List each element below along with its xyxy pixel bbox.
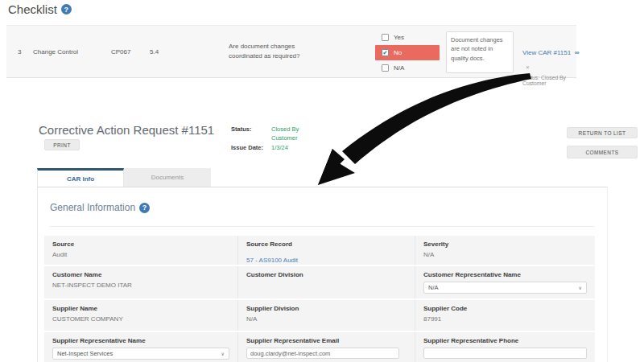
checklist-heading: Checklist ? [8, 2, 72, 16]
option-no-label: No [394, 49, 402, 56]
field-customer-division: Customer Division [237, 266, 415, 298]
tab-bar: CAR Info Documents [37, 168, 211, 187]
option-yes[interactable]: Yes [375, 30, 440, 45]
chevron-down-icon: ∨ [221, 351, 225, 356]
issue-date-value: 1/3/24 [271, 144, 288, 151]
field-supplier-name: Supplier Name CUSTOMER COMPANY [44, 300, 237, 331]
comments-button[interactable]: COMMENTS [567, 146, 638, 158]
checklist-row: 3 Change Control CP067 5.4 Are document … [6, 25, 576, 78]
customer-rep-selected-value: N/A [428, 284, 439, 291]
comment-textarea[interactable]: Document changes are not noted in qualit… [446, 31, 514, 73]
field-row-4: Supplier Representative Name Net-Inspect… [44, 332, 595, 362]
print-button[interactable]: PRINT [44, 139, 80, 150]
row-number: 3 [18, 48, 21, 56]
row-question: Are document changes coordinated as requ… [229, 42, 324, 61]
checklist-title: Checklist [8, 2, 57, 16]
option-no[interactable]: ✔ No [375, 45, 440, 60]
annotation-arrow-icon [308, 71, 535, 188]
remove-icon[interactable]: × [526, 64, 530, 71]
field-label: Source Record [246, 241, 407, 248]
general-info-title: General Information [50, 202, 135, 213]
checkbox-yes[interactable] [382, 34, 389, 41]
option-na-label: N/A [394, 64, 404, 72]
row-category: Change Control [33, 48, 78, 56]
field-value: Audit [52, 251, 229, 258]
field-supplier-code: Supplier Code 87991 [415, 300, 595, 331]
tab-car-info[interactable]: CAR Info [37, 168, 124, 187]
car-link-block: View CAR #1151 ∞ × Status: Closed By Cus… [522, 43, 580, 86]
field-label: Customer Representative Name [423, 271, 587, 278]
customer-rep-select[interactable]: N/A ∨ [423, 282, 587, 294]
field-value: NET-INSPECT DEMO ITAR [52, 282, 229, 289]
field-row-1: Source Audit Source Record 57 - AS9100 A… [44, 236, 595, 265]
help-icon[interactable]: ? [139, 203, 150, 213]
checkbox-na[interactable] [382, 64, 389, 72]
field-supplier-division: Supplier Division N/A [237, 300, 415, 331]
field-value: 87991 [423, 315, 587, 323]
row-code: CP067 [111, 48, 130, 56]
link-icon: ∞ [575, 49, 580, 56]
field-label: Supplier Code [423, 305, 587, 312]
field-source: Source Audit [44, 236, 237, 265]
field-label: Supplier Name [52, 305, 229, 312]
field-label: Source [52, 241, 229, 248]
field-customer-rep-name: Customer Representative Name N/A ∨ [415, 266, 595, 298]
field-label: Supplier Division [246, 305, 407, 312]
field-value: N/A [246, 315, 407, 323]
field-supplier-rep-name: Supplier Representative Name Net-Inspect… [44, 332, 237, 362]
field-label: Supplier Representative Name [52, 337, 229, 344]
source-record-link[interactable]: 57 - AS9100 Audit [246, 257, 298, 264]
field-supplier-rep-email: Supplier Representative Email [237, 332, 415, 362]
row-section: 5.4 [150, 48, 159, 56]
issue-date-row: Issue Date: [231, 144, 263, 151]
general-info-heading: General Information ? [50, 202, 150, 213]
status-value: Closed By Customer [271, 125, 316, 142]
return-to-list-button[interactable]: RETURN TO LIST [567, 127, 638, 138]
chevron-down-icon: ∨ [579, 285, 582, 290]
supplier-rep-phone-input[interactable] [423, 348, 587, 359]
option-na[interactable]: N/A [375, 60, 440, 76]
tab-documents[interactable]: Documents [124, 168, 211, 187]
field-source-record: Source Record 57 - AS9100 Audit [237, 236, 415, 265]
screen: Checklist ? 3 Change Control CP067 5.4 A… [0, 0, 644, 362]
field-label: Severity [423, 241, 587, 248]
supplier-rep-select[interactable]: Net-Inspect Services ∨ [52, 348, 229, 360]
field-row-3: Supplier Name CUSTOMER COMPANY Supplier … [44, 300, 595, 331]
issue-date-label: Issue Date: [231, 144, 263, 151]
answer-options: Yes ✔ No N/A [375, 30, 440, 76]
view-car-link[interactable]: View CAR #1151 [522, 49, 571, 56]
field-value: N/A [423, 251, 587, 258]
supplier-rep-email-input[interactable] [246, 348, 399, 359]
field-label: Customer Name [52, 271, 229, 278]
car-link-status: Status: Closed By Customer [522, 75, 580, 86]
section-divider [50, 226, 594, 227]
field-label: Supplier Representative Phone [423, 337, 587, 344]
status-label: Status: [231, 125, 251, 133]
field-severity: Severity N/A [415, 236, 595, 265]
supplier-rep-selected-value: Net-Inspect Services [57, 350, 113, 357]
option-yes-label: Yes [394, 34, 404, 41]
field-supplier-rep-phone: Supplier Representative Phone [415, 332, 595, 362]
field-customer-name: Customer Name NET-INSPECT DEMO ITAR [44, 266, 237, 298]
status-row: Status: [231, 125, 251, 133]
field-label: Customer Division [246, 271, 407, 278]
car-page-title: Corrective Action Request #1151 [39, 123, 214, 137]
field-value: CUSTOMER COMPANY [52, 315, 229, 323]
field-label: Supplier Representative Email [246, 337, 407, 344]
field-row-2: Customer Name NET-INSPECT DEMO ITAR Cust… [44, 266, 595, 298]
help-icon[interactable]: ? [61, 4, 72, 14]
checkbox-no-checked[interactable]: ✔ [382, 49, 389, 56]
